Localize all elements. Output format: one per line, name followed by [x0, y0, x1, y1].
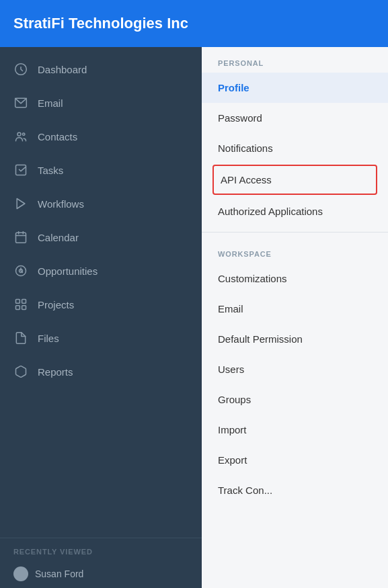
workspace-section-label: WORKSPACE — [202, 238, 388, 263]
sidebar-item-label: Tasks — [38, 165, 63, 176]
sidebar-item-projects[interactable]: Projects — [0, 288, 202, 321]
sidebar-item-reports[interactable]: Reports — [0, 355, 202, 388]
sidebar-item-label: Email — [38, 97, 63, 109]
right-item-users[interactable]: Users — [202, 354, 388, 384]
svg-rect-13 — [22, 300, 26, 304]
sidebar-item-label: Dashboard — [38, 64, 87, 75]
contacts-icon — [13, 129, 28, 144]
right-panel: PERSONAL Profile Password Notifications … — [202, 47, 388, 588]
panel-divider — [202, 232, 388, 233]
main-content: Dashboard Email Contacts Tasks Workflows — [0, 47, 388, 588]
right-item-track-con[interactable]: Track Con... — [202, 475, 388, 505]
svg-point-3 — [23, 133, 25, 135]
app-title: StratiFi Technologies Inc — [13, 15, 188, 32]
right-item-customizations[interactable]: Customizations — [202, 263, 388, 294]
personal-section-label: PERSONAL — [202, 47, 388, 73]
svg-point-2 — [17, 132, 21, 136]
recently-viewed-label: RECENTLY VIEWED — [0, 538, 202, 560]
sidebar-item-dashboard[interactable]: Dashboard — [0, 52, 202, 86]
svg-marker-5 — [17, 199, 25, 209]
recent-item-susan-ford[interactable]: Susan Ford — [0, 560, 202, 588]
sidebar-item-label: Workflows — [38, 198, 84, 210]
sidebar-item-opportunities[interactable]: Opportunities — [0, 254, 202, 288]
files-icon — [13, 331, 28, 345]
svg-rect-12 — [16, 300, 20, 304]
svg-rect-14 — [16, 306, 20, 310]
opportunities-icon — [13, 263, 28, 278]
sidebar-item-label: Files — [38, 333, 59, 344]
sidebar: Dashboard Email Contacts Tasks Workflows — [0, 47, 202, 588]
right-item-authorized-applications[interactable]: Authorized Applications — [202, 196, 388, 226]
right-item-groups[interactable]: Groups — [202, 384, 388, 415]
sidebar-item-label: Reports — [38, 366, 73, 378]
sidebar-item-label: Opportunities — [38, 265, 98, 277]
svg-rect-4 — [16, 165, 26, 175]
sidebar-item-files[interactable]: Files — [0, 321, 202, 355]
tasks-icon — [13, 163, 28, 177]
sidebar-item-contacts[interactable]: Contacts — [0, 120, 202, 153]
right-item-import[interactable]: Import — [202, 415, 388, 445]
sidebar-item-tasks[interactable]: Tasks — [0, 153, 202, 187]
sidebar-item-calendar[interactable]: Calendar — [0, 220, 202, 254]
right-item-default-permission[interactable]: Default Permission — [202, 324, 388, 354]
email-icon — [13, 95, 28, 110]
sidebar-item-email[interactable]: Email — [0, 86, 202, 120]
right-item-profile[interactable]: Profile — [202, 73, 388, 103]
calendar-icon — [13, 230, 28, 245]
right-item-password[interactable]: Password — [202, 103, 388, 133]
app-header: StratiFi Technologies Inc — [0, 0, 388, 47]
right-item-workspace-email[interactable]: Email — [202, 294, 388, 324]
sidebar-item-label: Calendar — [38, 232, 79, 243]
dashboard-icon — [13, 62, 28, 77]
projects-icon — [13, 297, 28, 312]
right-item-api-access[interactable]: API Access — [212, 165, 377, 195]
sidebar-item-label: Contacts — [38, 131, 77, 142]
reports-icon — [13, 364, 28, 379]
recent-item-label: Susan Ford — [35, 569, 83, 579]
svg-rect-15 — [22, 306, 26, 310]
sidebar-item-workflows[interactable]: Workflows — [0, 187, 202, 220]
avatar — [13, 566, 28, 581]
recently-viewed-section: RECENTLY VIEWED Susan Ford — [0, 538, 202, 588]
sidebar-item-label: Projects — [38, 299, 74, 310]
right-item-notifications[interactable]: Notifications — [202, 133, 388, 163]
workflows-icon — [13, 196, 28, 211]
right-item-export[interactable]: Export — [202, 445, 388, 475]
svg-rect-6 — [16, 233, 26, 243]
